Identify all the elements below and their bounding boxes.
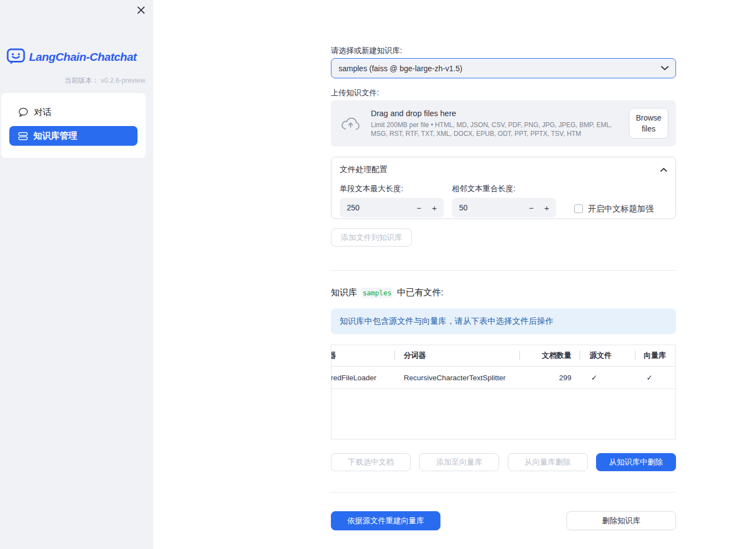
- version-label: 当前版本：: [65, 77, 99, 84]
- app-title: LangChain-Chatchat: [29, 50, 136, 64]
- heading-suffix: 中已有文件:: [397, 287, 443, 299]
- chat-bubble-icon: [18, 107, 28, 117]
- delete-kb-button[interactable]: 删除知识库: [566, 511, 676, 530]
- cloud-upload-icon: [340, 116, 361, 131]
- sidebar-menu: 对话 知识库管理: [1, 93, 146, 158]
- col-header-source-file[interactable]: 源文件: [580, 345, 635, 366]
- chunk-overlap-input[interactable]: 50 − +: [452, 198, 556, 218]
- plus-button[interactable]: +: [540, 198, 554, 218]
- table-header-row: 文档加载器 分词器 文档数量 源文件 向量库: [331, 345, 676, 367]
- chunk-size-input[interactable]: 250 − +: [340, 198, 444, 218]
- dropzone-limit: Limit 200MB per file • HTML, MD, JSON, C…: [371, 121, 623, 138]
- col-header-splitter[interactable]: 分词器: [394, 345, 519, 366]
- col-header-vector-store[interactable]: 向量库: [635, 345, 676, 366]
- delete-from-kb-button[interactable]: 从知识库中删除: [596, 453, 676, 471]
- chunk-size-label: 单段文本最大长度:: [340, 184, 452, 193]
- menu-item-knowledge-base[interactable]: 知识库管理: [9, 126, 138, 146]
- existing-files-heading: 知识库 samples 中已有文件:: [331, 287, 676, 299]
- minus-button[interactable]: −: [412, 198, 426, 218]
- heading-prefix: 知识库: [331, 287, 357, 299]
- download-selected-button[interactable]: 下载选中文档: [331, 453, 411, 471]
- cell-loader: UnstructuredFileLoader: [331, 367, 394, 388]
- kb-select-value: samples (faiss @ bge-large-zh-v1.5): [339, 64, 661, 73]
- chevron-down-icon: [661, 66, 669, 71]
- chunk-overlap-value: 50: [452, 203, 468, 212]
- menu-item-label: 对话: [34, 107, 51, 118]
- cell-doc-count: 299: [519, 367, 580, 388]
- cell-vector-store-check: ✓: [635, 367, 676, 388]
- chatchat-logo-icon: [7, 48, 25, 65]
- add-to-vector-store-button[interactable]: 添加至向量库: [419, 453, 499, 471]
- kb-name-code: samples: [362, 288, 393, 298]
- kb-bottom-buttons: 依据源文件重建向量库 删除知识库: [331, 511, 676, 530]
- chevron-up-icon: [660, 168, 667, 172]
- browse-files-button[interactable]: Browse files: [629, 108, 668, 139]
- divider: [331, 270, 676, 271]
- zh-title-enhance-checkbox[interactable]: [574, 204, 583, 213]
- cell-source-file-check: ✓: [580, 367, 635, 388]
- menu-item-dialogue[interactable]: 对话: [9, 103, 138, 122]
- file-dropzone[interactable]: Drag and drop files here Limit 200MB per…: [331, 100, 676, 146]
- minus-button[interactable]: −: [524, 198, 539, 218]
- info-alert-text: 知识库中包含源文件与向量库，请从下表中选择文件后操作: [340, 316, 553, 327]
- col-header-loader[interactable]: 文档加载器: [331, 345, 394, 366]
- file-config-expander: 文件处理配置 单段文本最大长度: 250 − + 相邻文本重合长度: 50 − …: [331, 157, 676, 219]
- chunk-overlap-label: 相邻文本重合长度:: [452, 184, 564, 193]
- sidebar: LangChain-Chatchat 当前版本： v0.2.6-preview …: [0, 0, 153, 549]
- kb-list-icon: [18, 131, 28, 141]
- kb-select-dropdown[interactable]: samples (faiss @ bge-large-zh-v1.5): [331, 58, 676, 78]
- cell-splitter: RecursiveCharacterTextSplitter: [394, 367, 519, 388]
- kb-select-label: 请选择或新建知识库:: [331, 45, 676, 55]
- kb-files-table[interactable]: 文档加载器 分词器 文档数量 源文件 向量库 UnstructuredFileL…: [331, 345, 676, 439]
- divider: [331, 492, 676, 493]
- dropzone-title: Drag and drop files here: [371, 109, 623, 118]
- file-action-buttons: 下载选中文档 添加至向量库 从向量库删除 从知识库中删除: [331, 453, 676, 471]
- close-icon: [137, 6, 145, 14]
- zh-title-enhance-label: 开启中文标题加强: [588, 204, 654, 214]
- expander-header[interactable]: 文件处理配置: [340, 164, 667, 175]
- delete-from-vector-store-button[interactable]: 从向量库删除: [508, 453, 588, 471]
- add-files-to-kb-button[interactable]: 添加文件到知识库: [331, 228, 412, 247]
- rebuild-vector-store-button[interactable]: 依据源文件重建向量库: [331, 511, 440, 530]
- table-row[interactable]: UnstructuredFileLoader RecursiveCharacte…: [331, 367, 676, 389]
- version-value: v0.2.6-preview: [101, 77, 145, 84]
- version-info: 当前版本： v0.2.6-preview: [65, 76, 145, 85]
- chunk-size-value: 250: [340, 203, 359, 212]
- expander-title: 文件处理配置: [340, 164, 387, 175]
- info-alert: 知识库中包含源文件与向量库，请从下表中选择文件后操作: [331, 308, 676, 334]
- upload-label: 上传知识文件:: [331, 88, 676, 98]
- menu-item-label: 知识库管理: [33, 130, 77, 142]
- main-content: 请选择或新建知识库: samples (faiss @ bge-large-zh…: [331, 0, 676, 530]
- app-logo: LangChain-Chatchat: [7, 48, 136, 65]
- col-header-doc-count[interactable]: 文档数量: [519, 345, 580, 366]
- close-sidebar-button[interactable]: [135, 4, 146, 15]
- plus-button[interactable]: +: [427, 198, 442, 218]
